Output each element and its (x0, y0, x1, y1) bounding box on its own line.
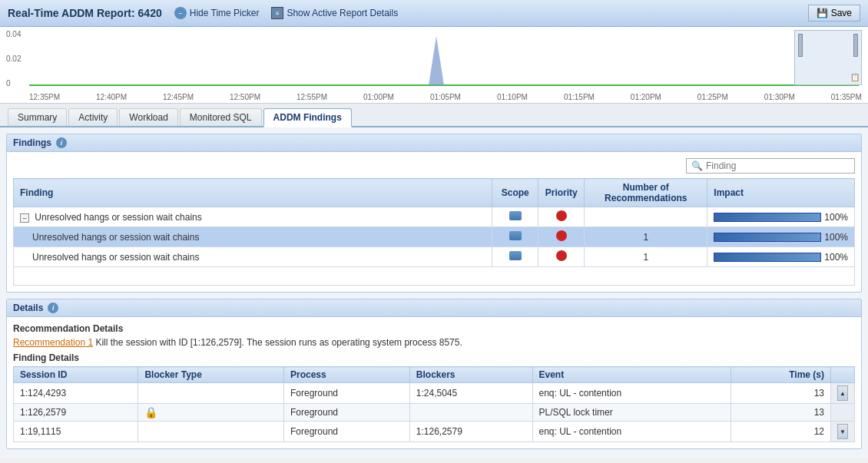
table-row: – Unresolved hangs or session wait chain… (14, 207, 855, 227)
time-selector-icon: 📋 (850, 73, 860, 81)
priority-cell (538, 247, 585, 267)
col-event: Event (532, 367, 731, 383)
impact-pct: 100% (824, 252, 848, 263)
time-cell: 12 (731, 422, 830, 442)
table-row: 1:126,2579 🔒 Foreground PL/SQL lock time… (14, 404, 855, 422)
priority-high-icon (556, 230, 567, 241)
findings-search-bar: 🔍 (13, 158, 855, 174)
tab-monitored-sql[interactable]: Monitored SQL (180, 108, 262, 126)
col-finding: Finding (14, 179, 492, 207)
y-label-top: 0.04 (6, 30, 21, 38)
process-cell: Foreground (283, 404, 409, 422)
scope-cell (492, 207, 538, 227)
chart-area: 0.04 0.02 0 📋 12:35PM 12:40PM 12:45PM 12… (0, 27, 868, 104)
impact-cell: 100% (707, 207, 855, 227)
table-row: 1:124,4293 Foreground 1:24,5045 enq: UL … (14, 383, 855, 404)
findings-panel-body: 🔍 Finding Scope Priority Number of Recom… (7, 152, 861, 292)
scroll-up-btn[interactable]: ▲ (837, 385, 848, 401)
time-cell: 13 (731, 404, 830, 422)
chart-yaxis: 0.04 0.02 0 (6, 30, 21, 88)
col-blockers: Blockers (409, 367, 532, 383)
impact-pct: 100% (824, 232, 848, 243)
col-impact: Impact (707, 179, 855, 207)
scroll-cell: ▲ (831, 383, 855, 404)
tab-activity[interactable]: Activity (68, 108, 118, 126)
time-selector-right-handle[interactable] (853, 34, 858, 57)
event-cell: enq: UL - contention (532, 383, 731, 404)
show-active-report-button[interactable]: ≡ Show Active Report Details (271, 7, 398, 19)
priority-cell (538, 227, 585, 247)
tabs-bar: Summary Activity Workload Monitored SQL … (0, 104, 868, 127)
tab-summary[interactable]: Summary (8, 108, 67, 126)
findings-search-input[interactable] (706, 160, 850, 171)
tab-addm-findings[interactable]: ADDM Findings (263, 108, 352, 127)
num-recs-cell: 1 (585, 227, 707, 247)
col-num-recs: Number of Recommendations (585, 179, 707, 207)
show-active-report-label: Show Active Report Details (287, 8, 398, 18)
col-process: Process (283, 367, 409, 383)
event-cell: enq: UL - contention (532, 422, 731, 442)
findings-info-icon[interactable]: i (56, 137, 67, 148)
impact-bar (714, 253, 821, 262)
priority-high-icon (556, 250, 567, 261)
finding-cell: Unresolved hangs or session wait chains (14, 247, 492, 267)
session-id-cell: 1:19,1115 (14, 422, 138, 442)
findings-search-wrap: 🔍 (686, 158, 855, 174)
hide-time-picker-button[interactable]: – Hide Time Picker (174, 7, 260, 19)
page-title: Real-Time ADDM Report: 6420 (8, 7, 162, 19)
expand-icon[interactable]: – (20, 213, 29, 223)
time-selector-left-handle[interactable] (798, 34, 803, 57)
findings-panel-header: Findings i (7, 134, 861, 152)
details-panel: Details i Recommendation Details Recomme… (6, 299, 862, 449)
rec-link[interactable]: Recommendation 1 (13, 337, 93, 348)
details-title: Details (13, 303, 43, 313)
process-cell: Foreground (283, 422, 409, 442)
col-time-s: Time (s) (731, 367, 830, 383)
finding-cell: Unresolved hangs or session wait chains (14, 227, 492, 247)
blocker-type-cell (138, 383, 284, 404)
blocker-type-cell (138, 422, 284, 442)
impact-pct: 100% (824, 212, 848, 223)
tab-workload[interactable]: Workload (119, 108, 177, 126)
finding-details-title: Finding Details (13, 352, 855, 363)
event-cell: PL/SQL lock timer (532, 404, 731, 422)
impact-cell: 100% (707, 247, 855, 267)
rec-line: Recommendation 1 Kill the session with I… (13, 337, 855, 348)
y-label-mid: 0.02 (6, 55, 21, 63)
time-selector[interactable]: 📋 (794, 30, 862, 85)
chart-xaxis: 12:35PM 12:40PM 12:45PM 12:50PM 12:55PM … (29, 93, 862, 101)
impact-cell: 100% (707, 227, 855, 247)
num-recs-cell: 1 (585, 247, 707, 267)
session-id-cell: 1:126,2579 (14, 404, 138, 422)
db-scope-icon (509, 211, 522, 220)
process-cell: Foreground (283, 383, 409, 404)
rec-details-title: Recommendation Details (13, 323, 855, 334)
details-table: Session ID Blocker Type Process Blockers… (13, 366, 855, 442)
table-row[interactable]: Unresolved hangs or session wait chains … (14, 247, 855, 267)
db-scope-icon (509, 231, 522, 240)
scroll-down-btn[interactable]: ▼ (837, 424, 848, 439)
table-row[interactable]: Unresolved hangs or session wait chains … (14, 227, 855, 247)
show-active-report-icon: ≡ (271, 7, 283, 19)
col-blocker-type: Blocker Type (138, 367, 284, 383)
priority-cell (538, 207, 585, 227)
hide-time-picker-label: Hide Time Picker (190, 8, 260, 18)
scroll-cell-bot: ▼ (831, 422, 855, 442)
scroll-cell-mid (831, 404, 855, 422)
session-id-cell: 1:124,4293 (14, 383, 138, 404)
blockers-cell: 1:24,5045 (409, 383, 532, 404)
svg-marker-1 (429, 36, 444, 85)
findings-panel: Findings i 🔍 Finding Scope Priority Numb… (6, 134, 862, 293)
details-info-icon[interactable]: i (48, 303, 58, 313)
lock-icon: 🔒 (144, 406, 157, 418)
col-scope: Scope (492, 179, 538, 207)
recommendation-details: Recommendation Details Recommendation 1 … (13, 323, 855, 348)
col-session-id: Session ID (14, 367, 138, 383)
main-content: Findings i 🔍 Finding Scope Priority Numb… (0, 127, 868, 458)
save-label: Save (831, 8, 852, 18)
col-priority: Priority (538, 179, 585, 207)
y-label-bot: 0 (6, 79, 21, 88)
num-recs-cell (585, 207, 707, 227)
save-button[interactable]: 💾 Save (808, 5, 860, 21)
table-row: 1:19,1115 Foreground 1:126,2579 enq: UL … (14, 422, 855, 442)
